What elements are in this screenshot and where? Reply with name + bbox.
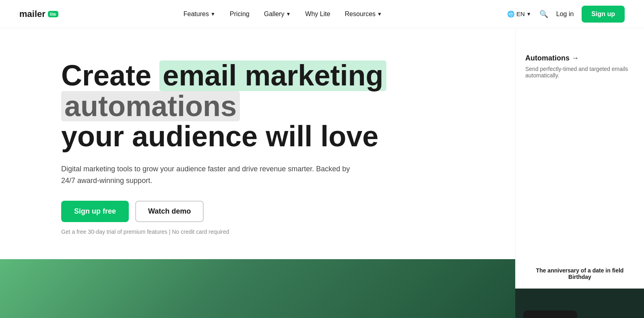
signup-free-button[interactable]: Sign up free [61, 201, 129, 222]
right-panel: Automations → Send perfectly-timed and t… [515, 28, 644, 259]
hero-content: Create email marketing automations your … [0, 28, 515, 259]
hero-section: Create email marketing automations your … [0, 28, 644, 259]
cta-buttons: Sign up free Watch demo [61, 201, 454, 222]
logo-text: mailer [19, 9, 45, 19]
discount-section: GET YOUR DISCOUNT Thank you for being wi… [515, 289, 644, 318]
signup-button[interactable]: Sign up [582, 6, 625, 23]
chevron-down-icon: ▼ [526, 11, 531, 17]
green-bg [0, 259, 515, 318]
hero-subtext: Digital marketing tools to grow your aud… [61, 163, 351, 187]
automations-desc: Send perfectly-timed and targeted emails… [525, 66, 634, 79]
nav-links: Features ▼ Pricing Gallery ▼ Why Lite Re… [184, 10, 382, 18]
search-icon: 🔍 [539, 10, 548, 18]
nav-features[interactable]: Features ▼ [184, 10, 215, 18]
login-button[interactable]: Log in [556, 10, 574, 18]
highlight-automations: automations [61, 91, 240, 122]
automations-title[interactable]: Automations → [525, 54, 634, 62]
language-selector[interactable]: 🌐 EN ▼ [507, 10, 531, 18]
chevron-down-icon: ▼ [211, 11, 215, 17]
nav-gallery[interactable]: Gallery ▼ [264, 10, 291, 18]
search-button[interactable]: 🔍 [539, 10, 548, 19]
anniversary-card: The anniversary of a date in field Birth… [515, 259, 644, 289]
navigation: mailer lite Features ▼ Pricing Gallery ▼… [0, 0, 644, 28]
bottom-left: Email campaigns → Create engaging, dynam… [0, 259, 515, 318]
chevron-down-icon: ▼ [286, 11, 291, 17]
nav-pricing[interactable]: Pricing [230, 10, 250, 18]
anniversary-text: The anniversary of a date in field Birth… [525, 267, 634, 280]
globe-icon: 🌐 [507, 10, 515, 18]
logo-badge: lite [48, 11, 58, 17]
watch-demo-button[interactable]: Watch demo [135, 201, 204, 222]
trial-note: Get a free 30-day trial of premium featu… [61, 229, 454, 235]
highlight-email-marketing: email marketing [159, 60, 386, 91]
nav-right: 🌐 EN ▼ 🔍 Log in Sign up [507, 6, 625, 23]
chevron-down-icon: ▼ [377, 11, 382, 17]
bottom-section: Email campaigns → Create engaging, dynam… [0, 259, 644, 318]
nav-why-lite[interactable]: Why Lite [305, 10, 330, 18]
dark-right-panel: The anniversary of a date in field Birth… [515, 259, 644, 318]
page-container: mailer lite Features ▼ Pricing Gallery ▼… [0, 0, 644, 318]
automations-info: Automations → Send perfectly-timed and t… [516, 44, 644, 96]
discount-card-dark: GET YOUR DISCOUNT Thank you for being wi… [523, 310, 577, 318]
hero-headline: Create email marketing automations your … [61, 60, 423, 152]
nav-resources[interactable]: Resources ▼ [345, 10, 382, 18]
logo[interactable]: mailer lite [19, 9, 58, 19]
